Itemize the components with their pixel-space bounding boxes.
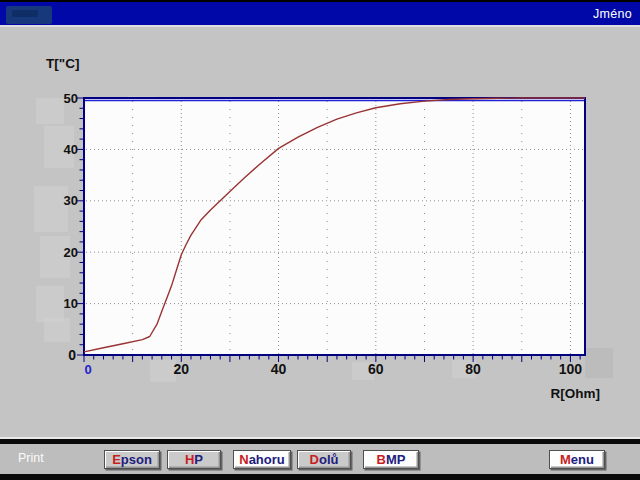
bmp-button-hotkey: B [377,452,386,467]
title-bar-divider [0,25,640,27]
svg-text:40: 40 [271,361,287,377]
chart-area: 01020304050020406080100T["C]R[Ohm] [0,40,640,440]
svg-text:20: 20 [64,245,78,260]
hp-button[interactable]: HP [167,450,221,469]
footer-bottom-rule [0,474,640,480]
bmp-button[interactable]: BMP [363,450,419,469]
app-logo [6,6,52,24]
menu-button[interactable]: Menu [549,450,605,469]
epson-button-label: pson [121,452,152,467]
epson-button[interactable]: Epson [104,450,160,469]
nahoru-up-button[interactable]: Nahoru [233,450,291,469]
svg-text:60: 60 [368,361,384,377]
print-label: Print [18,451,44,465]
svg-text:100: 100 [559,361,583,377]
svg-text:R[Ohm]: R[Ohm] [551,386,601,401]
app-window: Jméno 01020304050020406080100T["C]R[Ohm]… [0,0,640,480]
nahoru-button-label: ahoru [249,452,285,467]
epson-button-hotkey: E [112,452,121,467]
window-title: Jméno [593,7,632,21]
svg-text:20: 20 [173,361,189,377]
dolu-down-button[interactable]: Dolů [297,450,351,469]
bmp-button-label: MP [386,452,406,467]
hp-button-hotkey: H [185,452,194,467]
menu-button-label: enu [571,452,594,467]
svg-text:T["C]: T["C] [46,56,79,71]
svg-text:0: 0 [84,362,91,377]
svg-text:40: 40 [64,142,78,157]
title-bar: Jméno [0,0,640,25]
hp-button-label: P [194,452,203,467]
footer-bar: Print Epson HP Nahoru Dolů BMP Menu [0,444,640,474]
menu-button-hotkey: M [560,452,571,467]
svg-text:30: 30 [64,193,78,208]
temperature-resistance-chart: 01020304050020406080100T["C]R[Ohm] [0,40,640,440]
svg-text:50: 50 [64,91,78,106]
nahoru-button-hotkey: N [239,452,248,467]
dolu-button-label: olů [319,452,339,467]
svg-text:10: 10 [64,296,78,311]
svg-text:0: 0 [68,347,76,363]
dolu-button-hotkey: D [310,452,319,467]
footer: Print Epson HP Nahoru Dolů BMP Menu [0,437,640,480]
svg-text:80: 80 [465,361,481,377]
